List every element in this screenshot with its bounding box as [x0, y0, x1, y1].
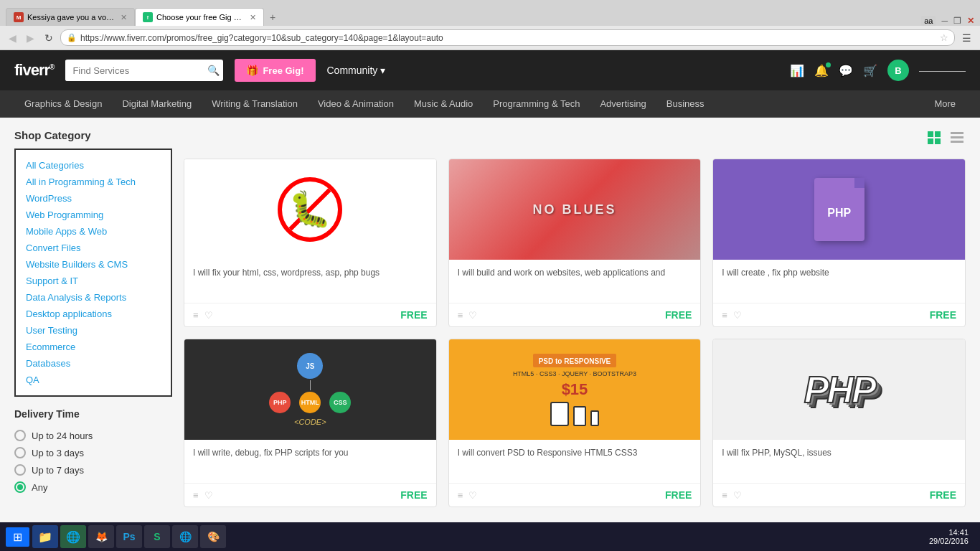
- product-card-3[interactable]: PHP I will create , fix php website ≡ ♡ …: [712, 159, 966, 327]
- list-view-button[interactable]: [948, 129, 966, 150]
- radio-any-circle: [14, 481, 26, 493]
- search-bar[interactable]: 🔍: [65, 60, 223, 81]
- delivery-3days[interactable]: Up to 3 days: [14, 444, 172, 461]
- taskbar-chrome2[interactable]: 🌐: [172, 525, 198, 548]
- nav-writing-translation[interactable]: Writing & Translation: [202, 90, 308, 118]
- card-desc-2: I will build and work on websites, web a…: [458, 267, 692, 296]
- heart-icon-3[interactable]: ♡: [733, 310, 742, 321]
- cat-databases[interactable]: Databases: [26, 355, 161, 372]
- cat-data-analysis-reports[interactable]: Data Analysis & Reports: [26, 289, 161, 306]
- taskbar-paint[interactable]: 🎨: [200, 525, 226, 548]
- cat-qa[interactable]: QA: [26, 372, 161, 388]
- tab-gmail-title: Kessiya gave you a vouch...: [27, 13, 115, 22]
- nav-graphics-design[interactable]: Graphics & Design: [14, 90, 112, 118]
- php-3d-text: PHP: [804, 368, 875, 411]
- reload-button[interactable]: ↻: [42, 31, 56, 45]
- product-card-6[interactable]: PHP I will fix PHP, MySQL, issues ≡ ♡ FR…: [712, 339, 966, 507]
- code-text: <CODE>: [294, 418, 326, 426]
- list-icon-4[interactable]: ≡: [193, 490, 199, 501]
- card-price-1: FREE: [400, 309, 427, 321]
- cat-desktop-applications[interactable]: Desktop applications: [26, 306, 161, 322]
- list-icon-2[interactable]: ≡: [458, 310, 463, 321]
- search-input[interactable]: [65, 60, 200, 81]
- psd-mobile: [590, 410, 599, 426]
- delivery-24h[interactable]: Up to 24 hours: [14, 427, 172, 444]
- cat-support-it[interactable]: Support & IT: [26, 273, 161, 289]
- heart-icon-6[interactable]: ♡: [733, 490, 742, 501]
- product-image-3: PHP: [713, 159, 965, 260]
- heart-icon-2[interactable]: ♡: [468, 310, 477, 321]
- notification-icon[interactable]: 🔔: [814, 64, 829, 77]
- cat-wordpress[interactable]: WordPress: [26, 190, 161, 207]
- taskbar-excel[interactable]: S: [144, 525, 170, 548]
- cat-ecommerce[interactable]: Ecommerce: [26, 339, 161, 355]
- free-gig-button[interactable]: 🎁 Free Gig!: [235, 59, 315, 82]
- product-card-1[interactable]: 🐛 I will fix your html, css, wordpress, …: [184, 159, 437, 327]
- address-bar[interactable]: 🔒 https://www.fiverr.com/promos/free_gig…: [60, 29, 955, 46]
- nav-music-audio[interactable]: Music & Audio: [404, 90, 483, 118]
- community-button[interactable]: Community ▾: [327, 65, 386, 76]
- tab-fiverr-close[interactable]: ✕: [250, 13, 256, 22]
- code-node-html: HTML: [299, 392, 321, 413]
- card-body-2: I will build and work on websites, web a…: [449, 260, 701, 303]
- cat-user-testing[interactable]: User Testing: [26, 322, 161, 339]
- avatar[interactable]: B: [887, 60, 909, 81]
- svg-rect-2: [928, 138, 933, 144]
- restore-button[interactable]: ❒: [953, 16, 961, 26]
- start-button[interactable]: ⊞: [6, 527, 29, 547]
- delivery-any[interactable]: Any: [14, 479, 172, 496]
- forward-button[interactable]: ▶: [24, 31, 37, 45]
- product-card-5[interactable]: PSD to RESPONSIVE HTML5 · CSS3 · JQUERY …: [448, 339, 702, 507]
- cat-all-categories[interactable]: All Categories: [26, 157, 161, 174]
- product-card-2[interactable]: NO BLUES I will build and work on websit…: [448, 159, 702, 327]
- cart-icon[interactable]: 🛒: [863, 64, 877, 77]
- card-actions-5: ≡ ♡: [458, 490, 478, 501]
- settings-button[interactable]: ☰: [959, 31, 974, 45]
- cat-all-programming-tech[interactable]: All in Programming & Tech: [26, 174, 161, 190]
- taskbar-photoshop[interactable]: Ps: [116, 525, 142, 548]
- heart-icon-1[interactable]: ♡: [204, 310, 213, 321]
- taskbar-icons: 📁 🌐 🦊 Ps S 🌐 🎨: [32, 525, 226, 548]
- nav-business[interactable]: Business: [656, 90, 715, 118]
- list-icon-5[interactable]: ≡: [458, 490, 463, 501]
- delivery-24h-label: Up to 24 hours: [32, 430, 93, 441]
- nav-advertising[interactable]: Advertising: [590, 90, 656, 118]
- close-button[interactable]: ✕: [967, 16, 974, 26]
- minimize-button[interactable]: ─: [941, 16, 948, 26]
- fiverr-logo[interactable]: fiverr®: [14, 61, 54, 80]
- new-tab-button[interactable]: +: [264, 9, 281, 26]
- list-icon-1[interactable]: ≡: [193, 310, 199, 321]
- delivery-7days[interactable]: Up to 7 days: [14, 461, 172, 479]
- php-doc-shape: PHP: [814, 178, 864, 241]
- grid-view-button[interactable]: [925, 129, 943, 150]
- nav-video-animation[interactable]: Video & Animation: [308, 90, 404, 118]
- tab-gmail[interactable]: M Kessiya gave you a vouch... ✕: [6, 8, 135, 26]
- cat-web-programming[interactable]: Web Programming: [26, 207, 161, 223]
- heart-icon-5[interactable]: ♡: [468, 490, 477, 501]
- heart-icon-4[interactable]: ♡: [204, 490, 213, 501]
- delivery-7days-label: Up to 7 days: [32, 465, 84, 476]
- message-icon[interactable]: 💬: [839, 64, 853, 77]
- tab-gmail-close[interactable]: ✕: [121, 13, 127, 22]
- tab-fiverr[interactable]: f Choose your free Gig and... ✕: [135, 8, 264, 26]
- nav-digital-marketing[interactable]: Digital Marketing: [112, 90, 202, 118]
- cat-convert-files[interactable]: Convert Files: [26, 240, 161, 256]
- back-button[interactable]: ◀: [6, 31, 19, 45]
- username[interactable]: —————: [919, 65, 966, 76]
- search-button[interactable]: 🔍: [200, 60, 223, 81]
- taskbar-file-explorer[interactable]: 📁: [32, 525, 58, 548]
- cat-website-builders-cms[interactable]: Website Builders & CMS: [26, 256, 161, 273]
- bookmark-star-icon[interactable]: ☆: [940, 32, 948, 43]
- card-footer-4: ≡ ♡ FREE: [184, 483, 436, 507]
- product-card-4[interactable]: JS PHP HTML CSS <CODE> I will write, deb…: [184, 339, 437, 507]
- nav-more[interactable]: More: [924, 90, 966, 118]
- cat-mobile-apps-web[interactable]: Mobile Apps & Web: [26, 223, 161, 240]
- analytics-icon[interactable]: 📊: [790, 64, 804, 77]
- list-icon-3[interactable]: ≡: [722, 310, 727, 321]
- taskbar-chrome[interactable]: 🌐: [60, 525, 86, 548]
- list-icon-6[interactable]: ≡: [722, 490, 727, 501]
- nav-programming-tech[interactable]: Programming & Tech: [483, 90, 590, 118]
- psd-tablet: [573, 406, 586, 426]
- card-price-3: FREE: [930, 309, 956, 321]
- taskbar-app1[interactable]: 🦊: [88, 525, 114, 548]
